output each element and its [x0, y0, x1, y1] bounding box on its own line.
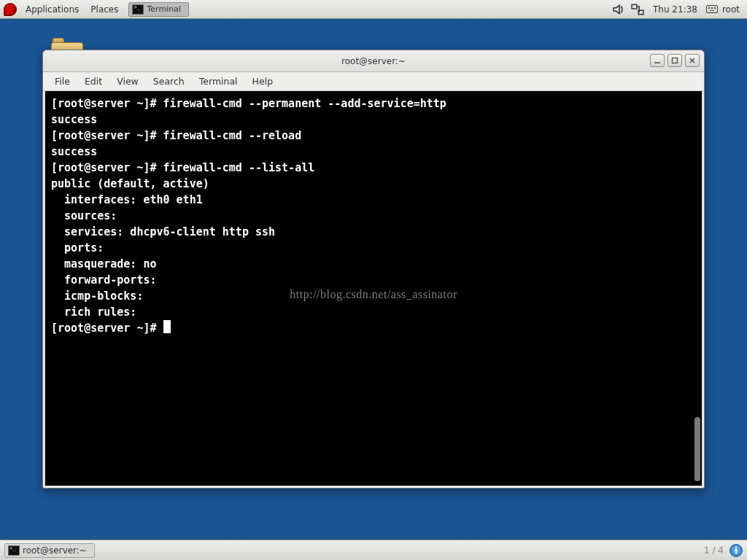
terminal-line: interfaces: eth0 eth1 — [51, 192, 696, 208]
menu-file[interactable]: File — [47, 72, 77, 91]
terminal-line: [root@server ~]# firewall-cmd --reload — [51, 128, 696, 144]
terminal-window: root@server:~ File Edit View Search Term… — [42, 50, 705, 489]
applications-menu[interactable]: Applications — [20, 0, 85, 19]
menu-help[interactable]: Help — [245, 72, 281, 91]
network-icon[interactable] — [631, 3, 644, 16]
terminal-line: public (default, active) — [51, 176, 696, 192]
terminal-line: success — [51, 144, 696, 160]
volume-icon[interactable] — [612, 3, 625, 16]
keyboard-icon — [706, 5, 718, 13]
terminal-line: [root@server ~]# firewall-cmd --list-all — [51, 160, 696, 176]
maximize-button[interactable] — [667, 54, 682, 67]
terminal-line: forward-ports: — [51, 272, 696, 288]
menu-terminal[interactable]: Terminal — [192, 72, 245, 91]
window-title: root@server:~ — [341, 56, 406, 66]
taskbar-terminal[interactable]: Terminal — [128, 2, 189, 17]
terminal-line: ports: — [51, 240, 696, 256]
terminal-line: icmp-blocks: — [51, 288, 696, 304]
terminal-line: services: dhcpv6-client http ssh — [51, 224, 696, 240]
places-menu[interactable]: Places — [85, 0, 124, 19]
terminal-line: [root@server ~]# — [51, 320, 696, 336]
window-titlebar[interactable]: root@server:~ — [43, 50, 704, 72]
taskbar-terminal-label: Terminal — [147, 4, 181, 14]
svg-rect-0 — [632, 4, 637, 9]
clock[interactable]: Thu 21:38 — [647, 4, 703, 15]
terminal-icon — [8, 545, 20, 556]
info-icon[interactable]: i — [729, 544, 743, 557]
scrollbar-thumb[interactable] — [694, 417, 700, 481]
terminal-line: [root@server ~]# firewall-cmd --permanen… — [51, 96, 696, 112]
top-panel: Applications Places Terminal Thu 21:38 r… — [0, 0, 747, 19]
distro-logo-icon — [4, 4, 16, 15]
terminal-line: sources: — [51, 208, 696, 224]
workspace-pager[interactable]: 1 / 4 — [704, 545, 724, 556]
user-label: root — [722, 4, 740, 15]
svg-rect-2 — [673, 58, 678, 63]
menu-view[interactable]: View — [109, 72, 146, 91]
terminal-line: rich rules: — [51, 304, 696, 320]
terminal-output[interactable]: [root@server ~]# firewall-cmd --permanen… — [44, 91, 703, 486]
minimize-button[interactable] — [650, 54, 665, 67]
terminal-line: success — [51, 112, 696, 128]
bottom-panel: root@server:~ 1 / 4 i — [0, 540, 747, 560]
bottom-task-terminal[interactable]: root@server:~ — [4, 543, 95, 558]
terminal-line: masquerade: no — [51, 256, 696, 272]
bottom-task-label: root@server:~ — [23, 545, 87, 556]
cursor — [163, 320, 171, 333]
terminal-icon — [132, 4, 144, 15]
close-button[interactable] — [685, 54, 700, 67]
menu-search[interactable]: Search — [146, 72, 192, 91]
window-menubar: File Edit View Search Terminal Help — [43, 72, 704, 91]
menu-edit[interactable]: Edit — [77, 72, 109, 91]
user-menu[interactable]: root — [703, 4, 747, 15]
